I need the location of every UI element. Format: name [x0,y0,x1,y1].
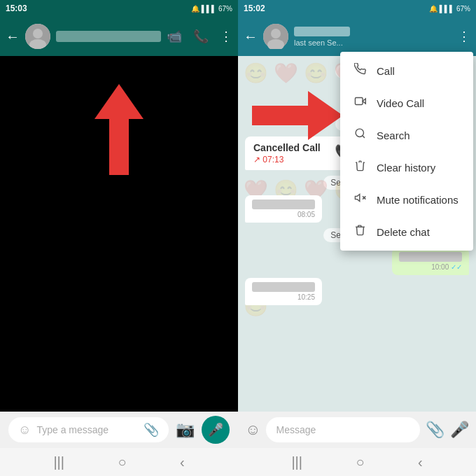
menu-item-mute[interactable]: Mute notifications [340,183,473,216]
nav-recents-icon[interactable]: ||| [291,454,302,470]
right-arrow [252,91,343,140]
left-status-bar: 15:03 🔔 ▌▌▌ 67% [0,0,238,17]
mic-icon[interactable]: 🎤 [450,421,469,439]
left-panel: 15:03 🔔 ▌▌▌ 67% ← 📹 📞 ⋮ ☺ Type a message [0,0,238,476]
svg-point-4 [271,29,281,38]
emoji-button[interactable]: ☺ [245,421,260,439]
arrow-head [308,91,343,140]
left-header-icons: 📹 📞 ⋮ [167,29,232,44]
last-seen-text: last seen Se... [294,38,452,47]
arrow-right-shape [252,91,343,140]
message-bubble: 10:25 [245,278,322,305]
delete-chat-label: Delete chat [377,226,430,238]
svg-point-8 [356,129,363,136]
back-button[interactable]: ← [6,29,20,45]
message-input-container[interactable]: ☺ Type a message 📎 [8,417,169,442]
signal-icon: ▌▌▌ [440,5,454,13]
menu-item-clear-history[interactable]: Clear history [340,151,473,183]
clear-history-icon [353,160,367,175]
nav-back-icon[interactable]: ‹ [180,454,185,470]
left-header: ← 📹 📞 ⋮ [0,17,238,56]
svg-line-9 [362,136,364,138]
video-call-icon[interactable]: 📹 [167,29,182,44]
right-header-icons: ⋮ [458,29,470,44]
redacted-content [399,252,462,262]
message-bubble: 10:00 ✓✓ [392,248,469,275]
redacted-content [252,282,315,292]
attach-icon[interactable]: 📎 [426,421,444,439]
menu-button[interactable]: ⋮ [458,29,470,44]
read-checks: ✓✓ [451,263,462,271]
video-call-label: Video Call [377,97,424,109]
contact-name-bar [294,27,350,36]
delete-chat-icon [353,224,367,239]
mic-icon: 🎤 [208,422,223,438]
nav-home-icon[interactable]: ○ [356,454,364,470]
contact-info: last seen Se... [294,27,452,47]
mute-icon [353,192,367,207]
svg-point-1 [33,29,43,38]
menu-item-video-call[interactable]: Video Call [340,87,473,119]
emoji-icon[interactable]: ☺ [18,423,31,438]
contact-name [56,31,161,42]
left-chat-area [0,56,238,412]
right-status-bar: 15:02 🔔 ▌▌▌ 67% [238,0,476,17]
message-placeholder: Message [276,424,316,435]
clear-history-label: Clear history [377,162,435,174]
contact-avatar[interactable] [25,24,50,49]
up-arrow [94,84,144,175]
svg-rect-6 [355,98,363,105]
right-status-icons: 🔔 ▌▌▌ 67% [429,5,470,13]
arrow-up-body [109,119,129,175]
message-time: 08:05 [252,211,315,218]
attach-icon[interactable]: 📎 [144,422,159,438]
menu-item-search[interactable]: Search [340,119,473,151]
call-label: Call [377,65,395,77]
mic-button[interactable]: 🎤 [202,416,230,444]
message-time: 10:00 ✓✓ [399,263,462,271]
battery-icon: 67% [456,5,470,13]
message-time: 10:25 [252,293,315,301]
mute-label: Mute notifications [377,194,458,206]
message-placeholder: Type a message [36,424,108,435]
voice-call-icon[interactable]: 📞 [193,29,209,44]
cancelled-call-info: Cancelled Call ↗ 07:13 [253,142,321,164]
left-bottom-bar: ☺ Type a message 📎 📷 🎤 [0,412,238,448]
dropdown-menu: Call Video Call Search Clear history Mut… [340,52,473,251]
camera-icon[interactable]: 📷 [176,421,195,439]
signal-icon: ▌▌▌ [202,5,216,13]
sound-icon: 🔔 [191,5,200,13]
search-label: Search [377,130,410,141]
right-header: ← last seen Se... ⋮ [238,17,476,56]
cancelled-call-time: ↗ 07:13 [253,155,321,164]
right-nav-bar: ||| ○ ‹ [238,448,476,476]
arrow-body [252,106,308,125]
message-input[interactable]: Message [266,417,420,442]
nav-back-icon[interactable]: ‹ [418,454,423,470]
menu-icon[interactable]: ⋮ [220,29,232,44]
message-bubble: 08:05 [245,195,322,223]
svg-marker-10 [355,195,359,202]
search-icon [353,127,367,143]
menu-item-delete-chat[interactable]: Delete chat [340,216,473,248]
redacted-content [252,200,315,209]
left-status-icons: 🔔 ▌▌▌ 67% [191,5,232,13]
video-call-icon [353,95,367,111]
nav-recents-icon[interactable]: ||| [53,454,64,470]
battery-icon: 67% [218,5,232,13]
menu-item-call[interactable]: Call [340,55,473,87]
right-time: 15:02 [244,4,265,13]
nav-home-icon[interactable]: ○ [118,454,126,470]
right-bottom-bar: ☺ Message 📎 🎤 [238,412,476,448]
contact-avatar[interactable] [263,24,288,49]
right-panel: 15:02 🔔 ▌▌▌ 67% ← last seen Se... ⋮ Call [238,0,476,476]
sound-icon: 🔔 [429,5,438,13]
back-button[interactable]: ← [244,29,258,45]
left-time: 15:03 [6,4,27,13]
call-icon [353,63,367,78]
arrow-up-head [94,84,144,119]
left-nav-bar: ||| ○ ‹ [0,448,238,476]
cancelled-call-title: Cancelled Call [253,142,321,153]
